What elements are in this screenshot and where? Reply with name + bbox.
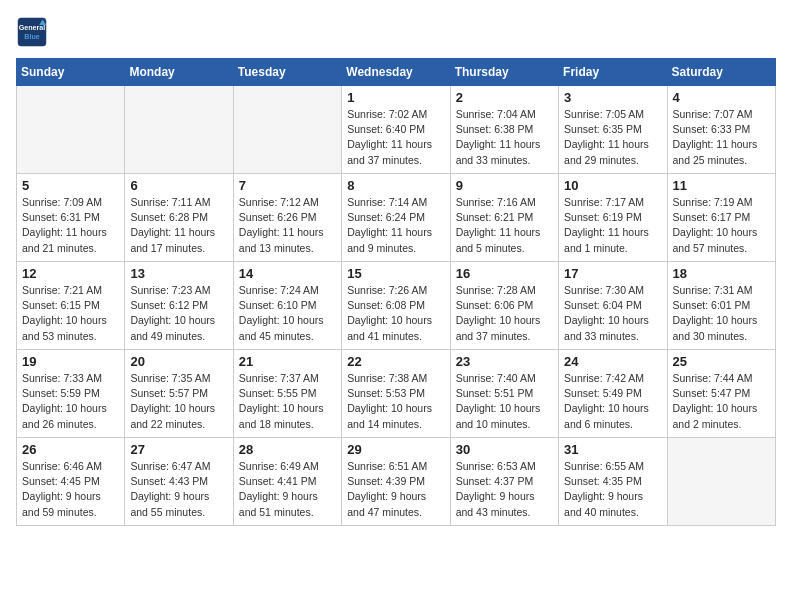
- day-number: 23: [456, 354, 553, 369]
- calendar-cell: 2Sunrise: 7:04 AM Sunset: 6:38 PM Daylig…: [450, 86, 558, 174]
- week-row-1: 1Sunrise: 7:02 AM Sunset: 6:40 PM Daylig…: [17, 86, 776, 174]
- week-row-4: 19Sunrise: 7:33 AM Sunset: 5:59 PM Dayli…: [17, 350, 776, 438]
- day-info: Sunrise: 7:02 AM Sunset: 6:40 PM Dayligh…: [347, 107, 444, 168]
- day-number: 6: [130, 178, 227, 193]
- day-number: 2: [456, 90, 553, 105]
- day-number: 25: [673, 354, 770, 369]
- day-info: Sunrise: 7:30 AM Sunset: 6:04 PM Dayligh…: [564, 283, 661, 344]
- calendar-cell: [233, 86, 341, 174]
- week-row-5: 26Sunrise: 6:46 AM Sunset: 4:45 PM Dayli…: [17, 438, 776, 526]
- day-info: Sunrise: 7:12 AM Sunset: 6:26 PM Dayligh…: [239, 195, 336, 256]
- calendar-cell: 21Sunrise: 7:37 AM Sunset: 5:55 PM Dayli…: [233, 350, 341, 438]
- day-info: Sunrise: 6:49 AM Sunset: 4:41 PM Dayligh…: [239, 459, 336, 520]
- weekday-header-wednesday: Wednesday: [342, 59, 450, 86]
- day-info: Sunrise: 7:23 AM Sunset: 6:12 PM Dayligh…: [130, 283, 227, 344]
- day-info: Sunrise: 6:55 AM Sunset: 4:35 PM Dayligh…: [564, 459, 661, 520]
- day-number: 10: [564, 178, 661, 193]
- calendar-cell: 6Sunrise: 7:11 AM Sunset: 6:28 PM Daylig…: [125, 174, 233, 262]
- day-info: Sunrise: 6:53 AM Sunset: 4:37 PM Dayligh…: [456, 459, 553, 520]
- day-info: Sunrise: 7:04 AM Sunset: 6:38 PM Dayligh…: [456, 107, 553, 168]
- day-number: 5: [22, 178, 119, 193]
- day-number: 7: [239, 178, 336, 193]
- calendar-cell: 13Sunrise: 7:23 AM Sunset: 6:12 PM Dayli…: [125, 262, 233, 350]
- day-number: 12: [22, 266, 119, 281]
- calendar-cell: 20Sunrise: 7:35 AM Sunset: 5:57 PM Dayli…: [125, 350, 233, 438]
- calendar-cell: 29Sunrise: 6:51 AM Sunset: 4:39 PM Dayli…: [342, 438, 450, 526]
- day-number: 9: [456, 178, 553, 193]
- day-number: 27: [130, 442, 227, 457]
- day-number: 13: [130, 266, 227, 281]
- weekday-header-saturday: Saturday: [667, 59, 775, 86]
- day-info: Sunrise: 6:46 AM Sunset: 4:45 PM Dayligh…: [22, 459, 119, 520]
- calendar-cell: 12Sunrise: 7:21 AM Sunset: 6:15 PM Dayli…: [17, 262, 125, 350]
- calendar-cell: 4Sunrise: 7:07 AM Sunset: 6:33 PM Daylig…: [667, 86, 775, 174]
- weekday-header-tuesday: Tuesday: [233, 59, 341, 86]
- day-number: 15: [347, 266, 444, 281]
- day-info: Sunrise: 7:19 AM Sunset: 6:17 PM Dayligh…: [673, 195, 770, 256]
- calendar-cell: 23Sunrise: 7:40 AM Sunset: 5:51 PM Dayli…: [450, 350, 558, 438]
- day-info: Sunrise: 6:51 AM Sunset: 4:39 PM Dayligh…: [347, 459, 444, 520]
- day-number: 29: [347, 442, 444, 457]
- day-number: 22: [347, 354, 444, 369]
- calendar-cell: 7Sunrise: 7:12 AM Sunset: 6:26 PM Daylig…: [233, 174, 341, 262]
- calendar-cell: [667, 438, 775, 526]
- svg-text:General: General: [19, 24, 46, 32]
- day-info: Sunrise: 7:07 AM Sunset: 6:33 PM Dayligh…: [673, 107, 770, 168]
- weekday-header-friday: Friday: [559, 59, 667, 86]
- day-info: Sunrise: 7:28 AM Sunset: 6:06 PM Dayligh…: [456, 283, 553, 344]
- weekday-header-monday: Monday: [125, 59, 233, 86]
- calendar-cell: 27Sunrise: 6:47 AM Sunset: 4:43 PM Dayli…: [125, 438, 233, 526]
- week-row-3: 12Sunrise: 7:21 AM Sunset: 6:15 PM Dayli…: [17, 262, 776, 350]
- day-info: Sunrise: 7:35 AM Sunset: 5:57 PM Dayligh…: [130, 371, 227, 432]
- day-info: Sunrise: 7:17 AM Sunset: 6:19 PM Dayligh…: [564, 195, 661, 256]
- svg-text:Blue: Blue: [24, 33, 39, 41]
- day-info: Sunrise: 7:44 AM Sunset: 5:47 PM Dayligh…: [673, 371, 770, 432]
- calendar-cell: 3Sunrise: 7:05 AM Sunset: 6:35 PM Daylig…: [559, 86, 667, 174]
- calendar-cell: 24Sunrise: 7:42 AM Sunset: 5:49 PM Dayli…: [559, 350, 667, 438]
- weekday-header-row: SundayMondayTuesdayWednesdayThursdayFrid…: [17, 59, 776, 86]
- day-info: Sunrise: 7:42 AM Sunset: 5:49 PM Dayligh…: [564, 371, 661, 432]
- calendar-cell: 16Sunrise: 7:28 AM Sunset: 6:06 PM Dayli…: [450, 262, 558, 350]
- day-info: Sunrise: 7:37 AM Sunset: 5:55 PM Dayligh…: [239, 371, 336, 432]
- day-info: Sunrise: 7:24 AM Sunset: 6:10 PM Dayligh…: [239, 283, 336, 344]
- day-info: Sunrise: 7:14 AM Sunset: 6:24 PM Dayligh…: [347, 195, 444, 256]
- day-number: 8: [347, 178, 444, 193]
- calendar-cell: 17Sunrise: 7:30 AM Sunset: 6:04 PM Dayli…: [559, 262, 667, 350]
- calendar-cell: 14Sunrise: 7:24 AM Sunset: 6:10 PM Dayli…: [233, 262, 341, 350]
- weekday-header-sunday: Sunday: [17, 59, 125, 86]
- calendar-cell: 31Sunrise: 6:55 AM Sunset: 4:35 PM Dayli…: [559, 438, 667, 526]
- day-info: Sunrise: 6:47 AM Sunset: 4:43 PM Dayligh…: [130, 459, 227, 520]
- calendar-cell: [125, 86, 233, 174]
- calendar-cell: 30Sunrise: 6:53 AM Sunset: 4:37 PM Dayli…: [450, 438, 558, 526]
- calendar-cell: 25Sunrise: 7:44 AM Sunset: 5:47 PM Dayli…: [667, 350, 775, 438]
- day-number: 17: [564, 266, 661, 281]
- calendar-cell: 9Sunrise: 7:16 AM Sunset: 6:21 PM Daylig…: [450, 174, 558, 262]
- calendar-cell: 15Sunrise: 7:26 AM Sunset: 6:08 PM Dayli…: [342, 262, 450, 350]
- calendar-cell: [17, 86, 125, 174]
- calendar-cell: 1Sunrise: 7:02 AM Sunset: 6:40 PM Daylig…: [342, 86, 450, 174]
- calendar-cell: 10Sunrise: 7:17 AM Sunset: 6:19 PM Dayli…: [559, 174, 667, 262]
- day-number: 31: [564, 442, 661, 457]
- calendar-cell: 18Sunrise: 7:31 AM Sunset: 6:01 PM Dayli…: [667, 262, 775, 350]
- day-info: Sunrise: 7:11 AM Sunset: 6:28 PM Dayligh…: [130, 195, 227, 256]
- calendar-cell: 11Sunrise: 7:19 AM Sunset: 6:17 PM Dayli…: [667, 174, 775, 262]
- day-info: Sunrise: 7:05 AM Sunset: 6:35 PM Dayligh…: [564, 107, 661, 168]
- day-number: 19: [22, 354, 119, 369]
- day-number: 24: [564, 354, 661, 369]
- calendar-cell: 5Sunrise: 7:09 AM Sunset: 6:31 PM Daylig…: [17, 174, 125, 262]
- logo-icon: General Blue: [16, 16, 48, 48]
- day-number: 14: [239, 266, 336, 281]
- day-info: Sunrise: 7:21 AM Sunset: 6:15 PM Dayligh…: [22, 283, 119, 344]
- week-row-2: 5Sunrise: 7:09 AM Sunset: 6:31 PM Daylig…: [17, 174, 776, 262]
- calendar-cell: 19Sunrise: 7:33 AM Sunset: 5:59 PM Dayli…: [17, 350, 125, 438]
- calendar-cell: 28Sunrise: 6:49 AM Sunset: 4:41 PM Dayli…: [233, 438, 341, 526]
- day-number: 18: [673, 266, 770, 281]
- day-info: Sunrise: 7:38 AM Sunset: 5:53 PM Dayligh…: [347, 371, 444, 432]
- day-number: 26: [22, 442, 119, 457]
- day-number: 3: [564, 90, 661, 105]
- logo: General Blue: [16, 16, 52, 48]
- day-number: 30: [456, 442, 553, 457]
- weekday-header-thursday: Thursday: [450, 59, 558, 86]
- day-info: Sunrise: 7:26 AM Sunset: 6:08 PM Dayligh…: [347, 283, 444, 344]
- day-number: 11: [673, 178, 770, 193]
